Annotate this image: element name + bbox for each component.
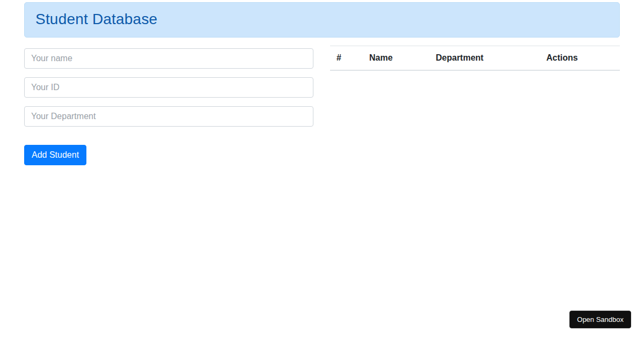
student-form: Add Student — [24, 48, 313, 165]
page-header: Student Database — [24, 2, 620, 38]
open-sandbox-button[interactable]: Open Sandbox — [569, 311, 631, 328]
students-table: # Name Department Actions — [330, 46, 620, 71]
id-field[interactable] — [24, 77, 313, 98]
page-title: Student Database — [25, 3, 619, 36]
name-field[interactable] — [24, 48, 313, 69]
add-student-button[interactable]: Add Student — [24, 145, 86, 165]
students-table-container: # Name Department Actions — [330, 46, 620, 71]
department-field[interactable] — [24, 106, 313, 127]
column-header-name: Name — [363, 46, 429, 71]
column-header-number: # — [330, 46, 363, 71]
column-header-department: Department — [429, 46, 540, 71]
table-header-row: # Name Department Actions — [330, 46, 620, 71]
column-header-actions: Actions — [540, 46, 620, 71]
